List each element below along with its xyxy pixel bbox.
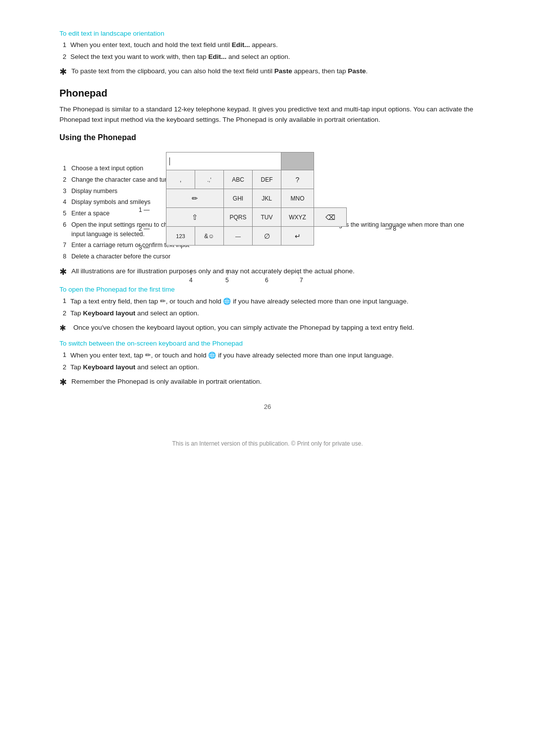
switch-step-1: 1 When you enter text, tap ✏, or touch a… bbox=[59, 350, 476, 360]
a-num-7: 7 bbox=[59, 241, 66, 250]
key-shift: ⇧ bbox=[166, 208, 224, 227]
step-num-1: 1 bbox=[59, 40, 66, 50]
key-space: — bbox=[224, 227, 253, 246]
landscape-step-1: 1 When you enter text, touch and hold th… bbox=[59, 40, 476, 50]
a-text-3: Display numbers bbox=[71, 187, 117, 196]
open-tip-text: Once you've chosen the keyboard layout o… bbox=[73, 323, 414, 333]
switch-text-2: Tap Keyboard layout and select an option… bbox=[70, 362, 199, 372]
keyboard-proper: , .,’ ABC DEF ? ✏ GHI JKL MNO bbox=[166, 152, 347, 246]
annotation-8: 8 Delete a character before the cursor bbox=[59, 252, 476, 261]
a-text-4: Display symbols and smileys bbox=[71, 198, 151, 207]
label-7-bottom: 7 bbox=[300, 277, 303, 284]
a-text-5: Enter a space bbox=[71, 209, 109, 218]
note-icon-2: ✱ bbox=[59, 266, 67, 278]
step-num-2: 2 bbox=[59, 52, 66, 62]
key-JKL: JKL bbox=[253, 189, 281, 208]
tick-6 bbox=[264, 270, 265, 275]
key-cancel: ∅ bbox=[253, 227, 281, 246]
landscape-steps-list: 1 When you enter text, touch and hold th… bbox=[59, 40, 476, 62]
landscape-note: ✱ To paste text from the clipboard, you … bbox=[59, 66, 476, 78]
row-3: ⇧ PQRS TUV WXYZ ⌫ bbox=[166, 208, 347, 227]
key-question: ? bbox=[281, 170, 314, 189]
open-text-2: Tap Keyboard layout and select an option… bbox=[70, 308, 199, 318]
label-1-left: 1 — bbox=[139, 206, 150, 213]
label-3-left: 3 — bbox=[139, 244, 150, 251]
a-num-8: 8 bbox=[59, 252, 66, 261]
a-num-3: 3 bbox=[59, 187, 66, 196]
phonepad-description: The Phonepad is similar to a standard 12… bbox=[59, 104, 476, 125]
key-123: 123 bbox=[166, 227, 195, 246]
switch-note-block: ✱ Remember the Phonepad is only availabl… bbox=[59, 377, 476, 388]
phonepad-section: Phonepad The Phonepad is similar to a st… bbox=[59, 88, 476, 152]
open-phonepad-heading: To open the Phonepad for the first time bbox=[59, 286, 476, 293]
switch-text-1: When you enter text, tap ✏, or touch and… bbox=[70, 350, 393, 360]
key-comma: , bbox=[166, 170, 195, 189]
switch-note-text: Remember the Phonepad is only available … bbox=[71, 377, 262, 387]
open-phonepad-section: To open the Phonepad for the first time … bbox=[59, 286, 476, 334]
key-PQRS: PQRS bbox=[224, 208, 253, 227]
a-num-2: 2 bbox=[59, 175, 66, 185]
a-num-5: 5 bbox=[59, 209, 66, 218]
a-num-6: 6 bbox=[59, 220, 66, 239]
switch-phonepad-heading: To switch between the on-screen keyboard… bbox=[59, 340, 476, 347]
key-enter: ↵ bbox=[281, 227, 314, 246]
switch-phonepad-section: To switch between the on-screen keyboard… bbox=[59, 340, 476, 388]
landscape-section: To edit text in landscape orientation 1 … bbox=[59, 30, 476, 78]
page-number: 26 bbox=[59, 403, 476, 410]
label-6-bottom: 6 bbox=[265, 277, 268, 284]
key-MNO: MNO bbox=[281, 189, 314, 208]
switch-step-2: 2 Tap Keyboard layout and select an opti… bbox=[59, 362, 476, 372]
row-4: 123 &☺ — ∅ ↵ bbox=[166, 227, 347, 246]
tip-icon: ✱ bbox=[59, 323, 69, 334]
step-text-2: Select the text you want to work with, t… bbox=[70, 52, 290, 62]
a-text-1: Choose a text input option bbox=[71, 164, 143, 173]
landscape-step-2: 2 Select the text you want to work with,… bbox=[59, 52, 476, 62]
row-0 bbox=[166, 152, 347, 170]
using-phonepad-title: Using the Phonepad bbox=[59, 133, 476, 142]
illustrations-note-text: All illustrations are for illustration p… bbox=[71, 266, 355, 276]
phonepad-keys: , .,’ ABC DEF ? ✏ GHI JKL MNO bbox=[166, 152, 347, 246]
open-num-2: 2 bbox=[59, 308, 66, 318]
open-step-2: 2 Tap Keyboard layout and select an opti… bbox=[59, 308, 476, 318]
open-tip-block: ✱ Once you've chosen the keyboard layout… bbox=[59, 323, 476, 334]
switch-num-1: 1 bbox=[59, 350, 66, 360]
switch-num-2: 2 bbox=[59, 362, 66, 372]
key-DEF: DEF bbox=[253, 170, 281, 189]
phonepad-title: Phonepad bbox=[59, 88, 476, 99]
open-text-1: Tap a text entry field, then tap ✏, or t… bbox=[70, 296, 408, 306]
input-row bbox=[166, 152, 281, 170]
switch-phonepad-steps: 1 When you enter text, tap ✏, or touch a… bbox=[59, 350, 476, 373]
key-ABC: ABC bbox=[224, 170, 253, 189]
open-phonepad-steps: 1 Tap a text entry field, then tap ✏, or… bbox=[59, 296, 476, 319]
note-icon: ✱ bbox=[59, 66, 67, 78]
a-num-1: 1 bbox=[59, 164, 66, 173]
tick-4 bbox=[191, 270, 191, 275]
tick-5 bbox=[227, 270, 228, 275]
key-TUV: TUV bbox=[253, 208, 281, 227]
key-symbols: &☺ bbox=[195, 227, 224, 246]
key-backspace: ⌫ bbox=[314, 208, 347, 227]
cursor bbox=[169, 157, 170, 165]
key-pencil-icon: ✏ bbox=[166, 189, 224, 208]
key-dotprime: .,’ bbox=[195, 170, 224, 189]
label-8-right: — 8 bbox=[385, 225, 396, 232]
open-step-1: 1 Tap a text entry field, then tap ✏, or… bbox=[59, 296, 476, 306]
a-num-4: 4 bbox=[59, 198, 66, 207]
top-right-btn bbox=[281, 152, 314, 170]
row-1: , .,’ ABC DEF ? bbox=[166, 170, 347, 189]
note-text: To paste text from the clipboard, you ca… bbox=[71, 66, 368, 76]
row-2: ✏ GHI JKL MNO bbox=[166, 189, 347, 208]
label-4-bottom: 4 bbox=[189, 277, 193, 284]
tick-7 bbox=[298, 270, 299, 275]
a-text-8: Delete a character before the cursor bbox=[71, 252, 170, 261]
open-num-1: 1 bbox=[59, 296, 66, 306]
label-2-left: 2 — bbox=[139, 225, 150, 232]
switch-note-icon: ✱ bbox=[59, 377, 67, 388]
illustrations-note-block: ✱ All illustrations are for illustration… bbox=[59, 266, 476, 278]
key-GHI: GHI bbox=[224, 189, 253, 208]
landscape-heading: To edit text in landscape orientation bbox=[59, 30, 476, 37]
footer: This is an Internet version of this publ… bbox=[59, 430, 476, 447]
step-text-1: When you enter text, touch and hold the … bbox=[70, 40, 278, 50]
key-WXYZ: WXYZ bbox=[281, 208, 314, 227]
label-5-bottom: 5 bbox=[225, 277, 229, 284]
